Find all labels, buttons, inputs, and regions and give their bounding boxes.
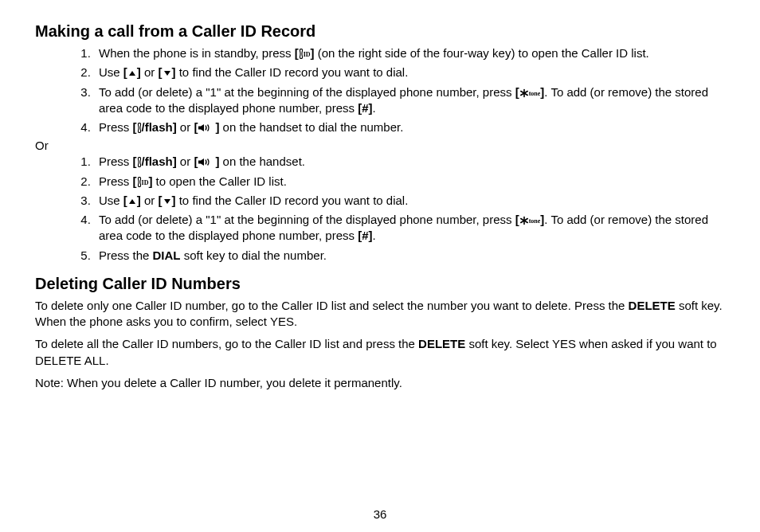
document-page: Making a call from a Caller ID Record Wh… — [0, 0, 760, 532]
speaker-icon — [198, 158, 215, 166]
up-icon — [127, 68, 137, 78]
deleting-p1: To delete only one Caller ID number, go … — [35, 298, 725, 331]
list-item: Use [] or [] to find the Caller ID recor… — [94, 193, 725, 209]
making-call-list-b: Press [/flash] or [] on the handset. Pre… — [35, 154, 725, 264]
star-icon — [519, 88, 529, 98]
deleting-p2: To delete all the Caller ID numbers, go … — [35, 336, 725, 369]
down-icon — [163, 197, 172, 206]
heading-making-call: Making a call from a Caller ID Record — [35, 22, 725, 41]
list-item: Press [/flash] or [] on the handset. — [94, 154, 725, 170]
list-item: When the phone is in standby, press [ID]… — [94, 45, 725, 61]
list-item: Press [ID] to open the Caller ID list. — [94, 174, 725, 190]
heading-deleting: Deleting Caller ID Numbers — [35, 275, 725, 293]
down-icon — [163, 68, 172, 78]
making-call-list-a: When the phone is in standby, press [ID]… — [35, 45, 725, 135]
speaker-icon — [198, 123, 215, 132]
deleting-p3: Note: When you delete a Caller ID number… — [35, 375, 725, 391]
list-item: Use [] or [] to find the Caller ID recor… — [94, 65, 725, 80]
list-item: To add (or delete) a "1" at the beginnin… — [94, 84, 725, 117]
list-item: Press [/flash] or [] on the handset to d… — [94, 119, 725, 135]
list-item: Press the DIAL soft key to dial the numb… — [94, 248, 725, 264]
list-item: To add (or delete) a "1" at the beginnin… — [94, 212, 725, 244]
or-label: Or — [35, 139, 725, 152]
page-number: 36 — [0, 507, 760, 521]
up-icon — [127, 197, 137, 206]
star-icon — [519, 216, 529, 225]
